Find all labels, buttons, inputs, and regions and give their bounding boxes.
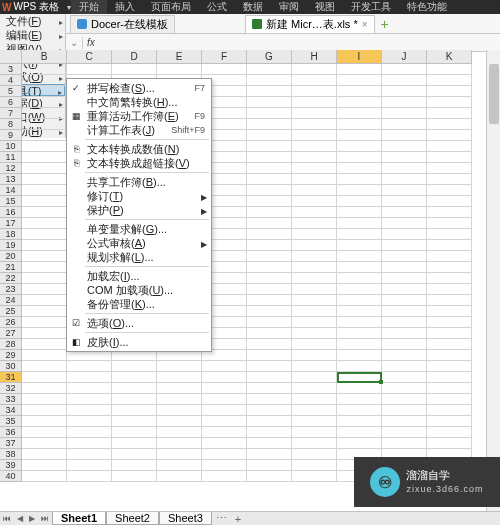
menu-item[interactable]: 计算工作表(J)Shift+F9 [67, 123, 211, 137]
row-header[interactable]: 36 [0, 427, 22, 438]
cell[interactable] [337, 141, 382, 152]
cell[interactable] [292, 119, 337, 130]
cell[interactable] [382, 295, 427, 306]
cell[interactable] [337, 438, 382, 449]
cell[interactable] [247, 317, 292, 328]
row-header[interactable]: 18 [0, 229, 22, 240]
cell[interactable] [67, 427, 112, 438]
cell[interactable] [427, 119, 472, 130]
cell[interactable] [382, 262, 427, 273]
cell[interactable] [22, 251, 67, 262]
col-header[interactable]: D [112, 50, 157, 64]
cell[interactable] [337, 262, 382, 273]
cell[interactable] [337, 416, 382, 427]
cell[interactable] [22, 130, 67, 141]
cell[interactable] [337, 350, 382, 361]
col-header[interactable]: C [67, 50, 112, 64]
cell[interactable] [202, 449, 247, 460]
row-header[interactable]: 28 [0, 339, 22, 350]
cell[interactable] [112, 383, 157, 394]
row-header[interactable]: 39 [0, 460, 22, 471]
cell[interactable] [382, 306, 427, 317]
cell[interactable] [22, 174, 67, 185]
cell[interactable] [382, 163, 427, 174]
cell[interactable] [427, 64, 472, 75]
col-header[interactable]: G [247, 50, 292, 64]
cell[interactable] [427, 108, 472, 119]
cell[interactable] [202, 460, 247, 471]
cell[interactable] [247, 328, 292, 339]
scroll-thumb[interactable] [489, 64, 499, 124]
cell[interactable] [67, 372, 112, 383]
row-header[interactable]: 25 [0, 306, 22, 317]
cell[interactable] [382, 350, 427, 361]
cell[interactable] [247, 295, 292, 306]
cell[interactable] [337, 240, 382, 251]
cell[interactable] [67, 416, 112, 427]
row-header[interactable]: 40 [0, 471, 22, 482]
cell[interactable] [382, 119, 427, 130]
cell[interactable] [202, 383, 247, 394]
cell[interactable] [22, 372, 67, 383]
cell[interactable] [292, 185, 337, 196]
menu-item[interactable]: 修订(T)▶ [67, 189, 211, 203]
cell[interactable] [22, 196, 67, 207]
cell[interactable] [292, 394, 337, 405]
menu-item[interactable]: 备份管理(K)... [67, 297, 211, 311]
cell[interactable] [292, 163, 337, 174]
menu-item[interactable]: 单变量求解(G)... [67, 222, 211, 236]
cell[interactable] [247, 361, 292, 372]
formula-cancel-icon[interactable]: ⌄ [70, 37, 78, 48]
cell[interactable] [427, 361, 472, 372]
cell[interactable] [22, 306, 67, 317]
row-header[interactable]: 10 [0, 141, 22, 152]
cell[interactable] [247, 372, 292, 383]
cell[interactable] [427, 130, 472, 141]
cell[interactable] [247, 218, 292, 229]
cell[interactable] [292, 75, 337, 86]
cell[interactable] [427, 141, 472, 152]
cell[interactable] [22, 262, 67, 273]
cell[interactable] [22, 317, 67, 328]
col-header[interactable]: K [427, 50, 472, 64]
cell[interactable] [292, 427, 337, 438]
cell[interactable] [337, 405, 382, 416]
cell[interactable] [22, 427, 67, 438]
cell[interactable] [427, 438, 472, 449]
cell[interactable] [22, 361, 67, 372]
row-header[interactable]: 31 [0, 372, 22, 383]
cell[interactable] [427, 196, 472, 207]
cell[interactable] [247, 240, 292, 251]
row-header[interactable]: 21 [0, 262, 22, 273]
cell[interactable] [337, 196, 382, 207]
cell[interactable] [112, 449, 157, 460]
cell[interactable] [337, 427, 382, 438]
cell[interactable] [382, 207, 427, 218]
cell[interactable] [292, 383, 337, 394]
cell[interactable] [337, 394, 382, 405]
cell[interactable] [337, 229, 382, 240]
fx-icon[interactable]: fx [87, 37, 95, 48]
cell[interactable] [292, 229, 337, 240]
cell[interactable] [67, 64, 112, 75]
tab-docer[interactable]: Docer-在线模板 [70, 15, 175, 33]
row-header[interactable]: 30 [0, 361, 22, 372]
cell[interactable] [382, 75, 427, 86]
row-header[interactable]: 11 [0, 152, 22, 163]
cell[interactable] [382, 229, 427, 240]
cell[interactable] [157, 471, 202, 482]
sheet-tab-1[interactable]: Sheet1 [52, 512, 106, 525]
ribbon-tab-special[interactable]: 特色功能 [399, 0, 455, 14]
sheet-nav-last[interactable]: ⏭ [38, 514, 52, 523]
cell[interactable] [157, 449, 202, 460]
cell[interactable] [247, 438, 292, 449]
row-header[interactable]: 35 [0, 416, 22, 427]
cell[interactable] [382, 273, 427, 284]
cell[interactable] [337, 75, 382, 86]
cell[interactable] [337, 97, 382, 108]
cell[interactable] [427, 306, 472, 317]
menu-item[interactable]: 规划求解(L)... [67, 250, 211, 264]
cell[interactable] [292, 449, 337, 460]
cell[interactable] [337, 273, 382, 284]
tab-workbook[interactable]: 新建 Micr…表.xls * × [245, 15, 375, 33]
